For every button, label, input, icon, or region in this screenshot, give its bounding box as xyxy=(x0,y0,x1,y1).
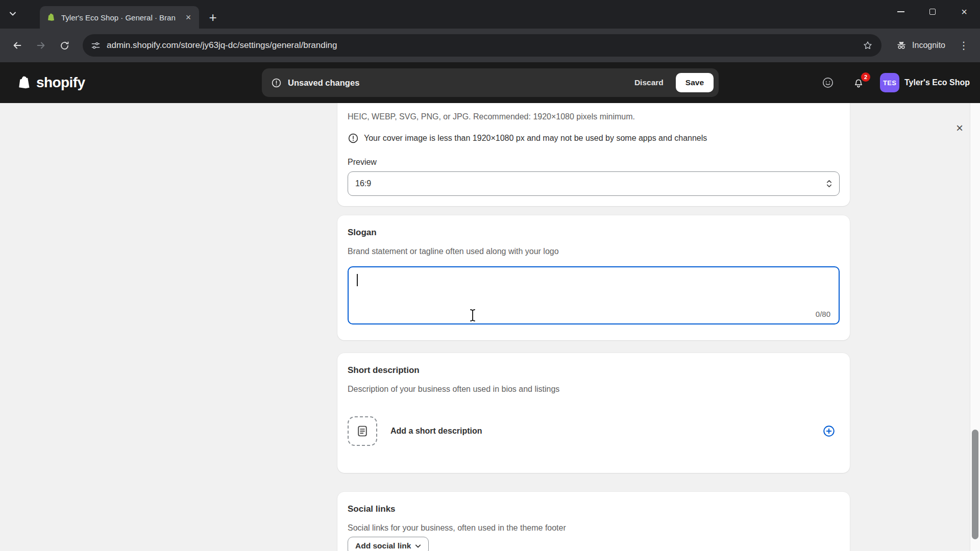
browser-toolbar: admin.shopify.com/store/jy63jq-dc/settin… xyxy=(0,29,980,62)
close-settings-button[interactable]: × xyxy=(950,119,969,137)
tab-close-icon[interactable]: × xyxy=(183,12,194,23)
url-text[interactable]: admin.shopify.com/store/jy63jq-dc/settin… xyxy=(107,40,853,51)
header-actions: 2 TES Tyler's Eco Shop xyxy=(819,62,970,103)
save-button[interactable]: Save xyxy=(676,73,714,92)
minimize-button[interactable] xyxy=(885,0,917,23)
tab-search-button[interactable] xyxy=(5,6,20,21)
preview-select[interactable]: 16:9 xyxy=(348,171,840,196)
address-bar[interactable]: admin.shopify.com/store/jy63jq-dc/settin… xyxy=(83,34,881,57)
shopify-bag-icon xyxy=(17,75,33,90)
unsaved-changes-bar: Unsaved changes Discard Save xyxy=(262,68,719,97)
settings-content: × HEIC, WEBP, SVG, PNG, or JPG. Recommen… xyxy=(0,103,980,551)
discard-button[interactable]: Discard xyxy=(628,73,670,92)
plus-circle-icon xyxy=(822,424,836,438)
browser-window: Tyler's Eco Shop · General · Bran × + × xyxy=(0,0,980,551)
slogan-title: Slogan xyxy=(348,227,840,239)
short-description-text: Description of your business often used … xyxy=(348,384,840,395)
notifications-button[interactable]: 2 xyxy=(849,73,868,92)
maximize-button[interactable] xyxy=(917,0,948,23)
add-short-description-button[interactable]: Add a short description xyxy=(348,416,840,446)
browser-tab[interactable]: Tyler's Eco Shop · General · Bran × xyxy=(40,6,199,29)
social-links-description: Social links for your business, often us… xyxy=(348,522,840,534)
reload-icon xyxy=(59,40,70,51)
add-social-link-button[interactable]: Add social link xyxy=(348,537,429,551)
incognito-label: Incognito xyxy=(912,41,945,50)
settings-column: HEIC, WEBP, SVG, PNG, or JPG. Recommende… xyxy=(337,103,850,551)
chevron-down-icon xyxy=(9,11,16,16)
cover-image-card: HEIC, WEBP, SVG, PNG, or JPG. Recommende… xyxy=(337,103,850,206)
store-avatar: TES xyxy=(880,73,899,92)
social-links-title: Social links xyxy=(348,503,840,515)
notification-count-badge: 2 xyxy=(861,72,870,82)
star-icon xyxy=(863,40,873,51)
short-description-title: Short description xyxy=(348,364,840,377)
slogan-card: Slogan Brand statement or tagline often … xyxy=(337,215,850,340)
minimize-icon xyxy=(897,11,904,12)
page-scrollbar[interactable] xyxy=(970,103,980,551)
slogan-description: Brand statement or tagline often used al… xyxy=(348,246,840,257)
add-description-plus-button[interactable] xyxy=(821,423,837,439)
store-name: Tyler's Eco Shop xyxy=(904,78,970,87)
unsaved-changes-label: Unsaved changes xyxy=(288,78,622,88)
reload-button[interactable] xyxy=(54,35,75,56)
chevron-down-icon xyxy=(415,544,421,548)
tab-strip: Tyler's Eco Shop · General · Bran × + × xyxy=(0,0,980,29)
shopify-header: shopify Unsaved changes Discard Save xyxy=(0,62,980,103)
tab-title: Tyler's Eco Shop · General · Bran xyxy=(61,13,178,22)
forward-icon xyxy=(35,40,46,51)
short-description-card: Short description Description of your bu… xyxy=(337,353,850,473)
select-chevrons-icon xyxy=(825,179,833,189)
site-settings-icon xyxy=(91,41,101,51)
forward-button[interactable] xyxy=(31,35,51,56)
assistant-button[interactable] xyxy=(819,73,837,92)
description-placeholder-box xyxy=(348,416,377,446)
alert-circle-icon xyxy=(271,78,282,88)
cover-warning-text: Your cover image is less than 980×551 … xyxy=(364,133,707,144)
browser-menu-button[interactable]: ⋮ xyxy=(954,36,973,55)
shopify-logo[interactable]: shopify xyxy=(17,62,85,103)
preview-label: Preview xyxy=(348,157,840,167)
store-menu-button[interactable]: TES Tyler's Eco Shop xyxy=(880,73,970,92)
bookmark-button[interactable] xyxy=(859,37,876,54)
back-button[interactable] xyxy=(7,35,28,56)
close-window-button[interactable]: × xyxy=(948,0,980,23)
add-social-link-label: Add social link xyxy=(355,541,411,550)
cover-warning: Your cover image is less than 980×551 … xyxy=(348,133,840,144)
new-tab-button[interactable]: + xyxy=(204,9,222,26)
social-links-card: Social links Social links for your busin… xyxy=(337,492,850,551)
document-icon xyxy=(356,424,369,438)
slogan-textarea[interactable]: 0/80 xyxy=(348,266,840,324)
info-circle-icon xyxy=(348,133,359,144)
slogan-char-counter: 0/80 xyxy=(816,310,830,318)
text-caret xyxy=(357,274,358,286)
shopify-favicon xyxy=(47,13,56,22)
window-controls: × xyxy=(885,0,980,23)
scrollbar-thumb[interactable] xyxy=(972,430,978,539)
cover-format-hint: HEIC, WEBP, SVG, PNG, or JPG. Recommende… xyxy=(348,111,840,122)
back-icon xyxy=(12,40,23,51)
maximize-icon xyxy=(929,9,936,15)
assistant-icon xyxy=(821,76,835,89)
preview-select-value: 16:9 xyxy=(355,179,825,188)
incognito-icon xyxy=(896,40,907,51)
shopify-wordmark: shopify xyxy=(36,74,85,91)
incognito-badge: Incognito xyxy=(890,40,951,51)
add-short-description-label: Add a short description xyxy=(390,427,821,436)
